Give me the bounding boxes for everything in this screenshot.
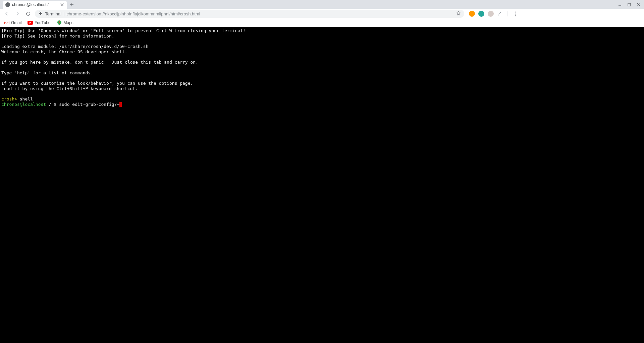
forward-button[interactable] <box>13 10 21 18</box>
user-host: chronos@localhost <box>1 102 46 107</box>
extension-badge-4[interactable] <box>497 11 503 17</box>
address-row: Terminal | chrome-extension://nkoccljpln… <box>0 9 644 19</box>
terminal-line <box>1 65 643 70</box>
tab-title: chronos@localhost:/ <box>12 2 58 7</box>
crosh-command: shell <box>20 96 33 101</box>
window-controls <box>617 1 644 9</box>
svg-rect-0 <box>628 3 631 6</box>
extension-icon <box>38 11 43 16</box>
extension-badge-3[interactable] <box>488 11 494 17</box>
bookmark-maps[interactable]: Maps <box>57 20 73 25</box>
terminal-line: Type 'help' for a list of commands. <box>1 70 643 76</box>
reload-button[interactable] <box>24 10 32 18</box>
bookmark-label: Maps <box>64 20 73 25</box>
crosh-prompt: crosh> <box>1 96 17 101</box>
cursor-icon <box>119 102 122 107</box>
maps-icon <box>57 20 62 25</box>
extension-badge-2[interactable] <box>478 11 484 17</box>
command-input[interactable]: sudo edit-grub-config7~ <box>59 102 119 107</box>
minimize-button[interactable] <box>617 2 623 7</box>
address-bar[interactable]: Terminal | chrome-extension://nkoccljpln… <box>35 10 464 18</box>
terminal-line: [Pro Tip] Use 'Open as Window' or 'Full … <box>1 28 643 33</box>
terminal-line: Loading extra module: /usr/share/crosh/d… <box>1 44 643 49</box>
tab-favicon-icon <box>5 2 10 7</box>
browser-menu-button[interactable]: ⋮ <box>511 11 519 17</box>
tab-bar: chronos@localhost:/ <box>0 0 644 9</box>
terminal-line: If you got here by mistake, don't panic!… <box>1 60 643 65</box>
path: / <box>49 102 51 107</box>
address-url: chrome-extension://nkoccljplnhpfnfiajclk… <box>67 11 200 16</box>
close-tab-button[interactable] <box>60 2 64 7</box>
bookmark-label: Gmail <box>11 20 21 25</box>
toolbar-right: | ⋮ <box>467 11 521 17</box>
address-separator: | <box>63 11 64 16</box>
terminal-line <box>1 91 643 96</box>
bookmark-youtube[interactable]: YouTube <box>28 20 50 25</box>
extension-badge-1[interactable] <box>469 11 475 17</box>
terminal-line: [Pro Tip] See [crosh] for more informati… <box>1 33 643 39</box>
terminal-line <box>1 55 643 60</box>
terminal-output[interactable]: [Pro Tip] Use 'Open as Window' or 'Full … <box>0 27 644 343</box>
close-window-button[interactable] <box>636 2 641 7</box>
bookmarks-bar: Gmail YouTube Maps <box>0 19 644 27</box>
youtube-icon <box>28 20 33 25</box>
terminal-line: Load it by using the Ctrl+Shift+P keyboa… <box>1 86 643 91</box>
browser-tab[interactable]: chronos@localhost:/ <box>3 1 67 9</box>
svg-point-2 <box>59 21 60 23</box>
terminal-line: Welcome to crosh, the Chrome OS develope… <box>1 49 643 55</box>
shell-prompt-line: chronos@localhost / $ sudo edit-grub-con… <box>1 102 643 107</box>
gmail-icon <box>4 20 9 25</box>
bookmark-gmail[interactable]: Gmail <box>4 20 21 25</box>
terminal-line <box>1 75 643 81</box>
terminal-line: If you want to customize the look/behavi… <box>1 81 643 86</box>
bookmark-star-icon[interactable] <box>456 11 461 17</box>
maximize-button[interactable] <box>627 2 632 7</box>
prompt-dollar: $ <box>54 102 57 107</box>
address-prefix: Terminal <box>45 11 61 16</box>
terminal-line <box>1 39 643 44</box>
new-tab-button[interactable] <box>67 1 76 9</box>
back-button[interactable] <box>3 10 11 18</box>
crosh-prompt-line: crosh> shell <box>1 96 643 102</box>
bookmark-label: YouTube <box>35 20 50 25</box>
